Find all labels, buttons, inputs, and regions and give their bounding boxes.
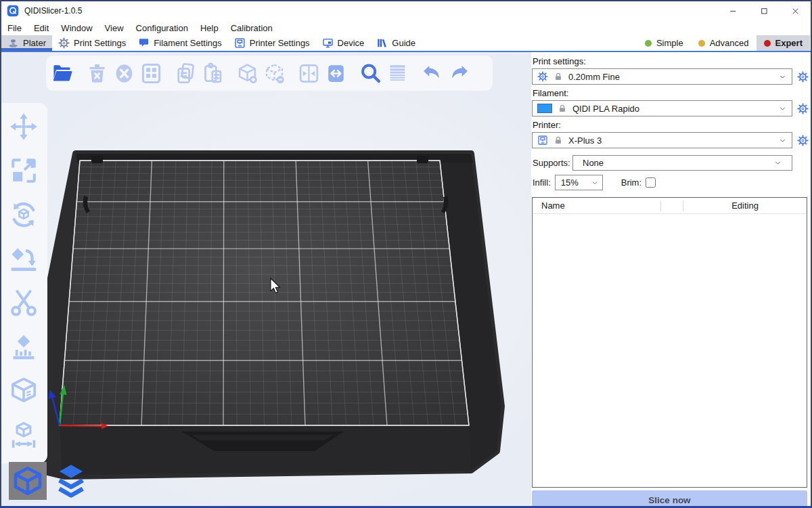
filament-gear-button[interactable] — [797, 103, 809, 114]
move-tool-button[interactable] — [8, 111, 39, 142]
mode-switcher: Simple Advanced Expert — [637, 35, 811, 51]
infill-value: 15% — [561, 177, 579, 188]
chevron-down-icon — [773, 158, 782, 167]
print-settings-select[interactable]: 0.20mm Fine — [532, 68, 792, 85]
tab-label: Printer Settings — [250, 38, 310, 48]
lock-icon — [558, 104, 567, 113]
menu-item-window[interactable]: Window — [55, 20, 98, 35]
chevron-down-icon — [778, 136, 787, 145]
tab-printer-settings[interactable]: Printer Settings — [228, 35, 316, 51]
menu-item-help[interactable]: Help — [194, 20, 225, 35]
plater-icon — [7, 37, 19, 49]
menu-item-configuration[interactable]: Configuration — [130, 20, 194, 35]
column-header-editing: Editing — [683, 200, 807, 211]
tab-device[interactable]: Device — [316, 35, 371, 51]
menu-bar: File Edit Window View Configuration Help… — [1, 20, 811, 35]
filament-color-swatch — [537, 104, 552, 113]
tab-plater[interactable]: Plater — [1, 35, 52, 51]
paste-button[interactable] — [199, 58, 226, 88]
split-parts-button[interactable] — [322, 58, 349, 88]
infill-label: Infill: — [533, 177, 551, 188]
mode-expert[interactable]: Expert — [757, 35, 810, 51]
printer-select[interactable]: X-Plus 3 — [532, 132, 792, 148]
printer-gear-button[interactable] — [797, 135, 809, 146]
copy-button[interactable] — [172, 58, 199, 88]
slice-now-button[interactable]: Slice now — [532, 490, 807, 508]
mode-simple[interactable]: Simple — [637, 35, 691, 51]
print-settings-gear-button[interactable] — [797, 71, 809, 83]
settings-panel: Print settings: 0.20mm Fine Filament: QI… — [531, 52, 811, 508]
filament-select[interactable]: QIDI PLA Rapido — [532, 100, 792, 117]
menu-item-view[interactable]: View — [99, 20, 130, 35]
app-logo-icon — [7, 5, 19, 17]
gear-icon — [58, 37, 70, 49]
printer-icon — [537, 135, 548, 146]
objects-table-header: Name Editing — [533, 198, 807, 214]
mode-advanced[interactable]: Advanced — [691, 35, 757, 51]
objects-table-body — [533, 214, 807, 487]
supports-label: Supports: — [533, 158, 572, 168]
close-icon[interactable] — [780, 1, 811, 20]
title-bar[interactable]: QIDISlicer-1.0.5 — [1, 1, 811, 20]
mode-label: Advanced — [710, 38, 749, 48]
viewport-3d[interactable] — [0, 52, 531, 508]
maximize-icon[interactable] — [748, 1, 780, 20]
column-header-name: Name — [533, 200, 660, 211]
print-bed[interactable] — [0, 52, 531, 508]
plater-toolbar — [46, 56, 493, 91]
menu-item-calibration[interactable]: Calibration — [225, 20, 279, 35]
search-button[interactable] — [357, 58, 384, 88]
split-objects-button[interactable] — [295, 58, 322, 88]
simple-mode-dot-icon — [645, 40, 652, 47]
place-on-face-tool-button[interactable] — [8, 243, 39, 274]
tab-label: Plater — [23, 38, 46, 48]
tab-filament-settings[interactable]: Filament Settings — [132, 35, 227, 51]
advanced-mode-dot-icon — [698, 40, 705, 47]
infill-select[interactable]: 15% — [555, 175, 603, 190]
view-mode-bar — [9, 460, 92, 502]
supports-select[interactable]: None — [572, 155, 792, 171]
delete-all-button[interactable] — [110, 58, 137, 88]
filament-value: QIDI PLA Rapido — [572, 104, 639, 114]
window-title: QIDISlicer-1.0.5 — [24, 6, 82, 16]
scale-tool-button[interactable] — [8, 155, 39, 186]
tab-label: Guide — [392, 38, 415, 48]
variable-layer-height-button[interactable] — [384, 58, 411, 88]
brim-checkbox[interactable] — [646, 177, 656, 188]
menu-item-edit[interactable]: Edit — [28, 20, 55, 35]
tab-label: Device — [338, 38, 365, 48]
remove-instance-button[interactable] — [261, 58, 288, 88]
open-button[interactable] — [49, 58, 76, 88]
redo-button[interactable] — [445, 58, 472, 88]
device-icon — [322, 37, 334, 49]
seam-tool-button[interactable] — [8, 375, 39, 406]
arrange-button[interactable] — [137, 58, 164, 88]
objects-table: Name Editing — [532, 197, 807, 488]
preview-view-button[interactable] — [50, 460, 92, 502]
delete-button[interactable] — [83, 58, 110, 88]
printer-icon — [234, 37, 246, 49]
menu-item-file[interactable]: File — [1, 20, 28, 35]
measure-tool-button[interactable] — [8, 419, 39, 450]
paint-supports-tool-button[interactable] — [8, 331, 39, 362]
add-instance-button[interactable] — [233, 58, 261, 88]
3d-editor-view-button[interactable] — [9, 462, 47, 500]
rotate-tool-button[interactable] — [8, 199, 39, 230]
lock-icon — [554, 72, 563, 81]
undo-button[interactable] — [418, 58, 445, 88]
chevron-down-icon — [778, 104, 787, 113]
minimize-icon[interactable] — [717, 1, 748, 20]
tab-label: Print Settings — [74, 38, 126, 48]
printer-label: Printer: — [533, 120, 809, 130]
tabbar-accent-line — [0, 51, 812, 52]
tab-guide[interactable]: Guide — [370, 35, 422, 51]
tab-print-settings[interactable]: Print Settings — [52, 35, 132, 51]
mode-label: Simple — [656, 38, 683, 48]
chevron-down-icon — [778, 72, 787, 81]
chevron-down-icon — [591, 179, 599, 187]
guide-icon — [376, 37, 388, 49]
print-settings-label: Print settings: — [533, 56, 809, 66]
supports-value: None — [583, 158, 604, 168]
tab-label: Filament Settings — [154, 38, 221, 48]
cut-tool-button[interactable] — [8, 287, 39, 318]
